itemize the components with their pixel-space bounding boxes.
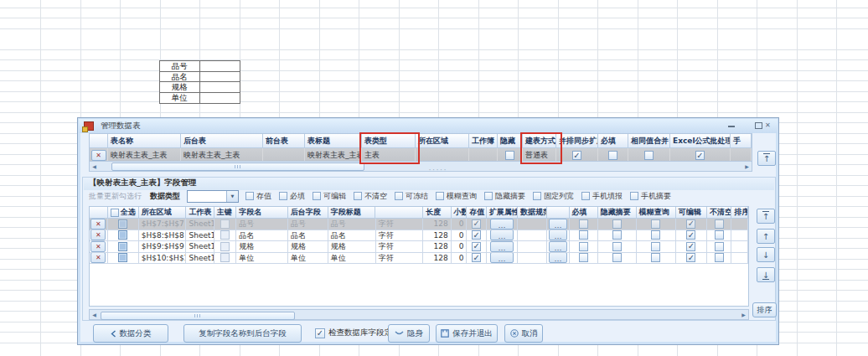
checkbox-icon[interactable]: [313, 192, 321, 200]
delete-field-button[interactable]: [90, 253, 106, 264]
no-clear-checkbox[interactable]: [715, 219, 724, 229]
row-ellipsis-button[interactable]: [549, 219, 567, 230]
fcol-data-type[interactable]: [375, 207, 423, 219]
toolbar-checkbox[interactable]: 隐藏摘要: [484, 191, 525, 202]
hide-summary-checkbox[interactable]: [612, 230, 622, 240]
close-button[interactable]: [765, 121, 771, 129]
hide-summary-checkbox[interactable]: [612, 242, 622, 251]
field-region-cell[interactable]: $H$9:$H$9: [139, 241, 187, 253]
primary-key-checkbox[interactable]: [220, 253, 230, 262]
worksheet-label-cell[interactable]: 品号: [160, 61, 200, 72]
move-field-bottom-button[interactable]: [757, 267, 775, 282]
data-type-cell[interactable]: 字符: [376, 253, 424, 265]
sort-cell[interactable]: [731, 219, 748, 230]
required-checkbox[interactable]: [579, 242, 588, 251]
move-field-top-button[interactable]: [757, 209, 775, 224]
tables-grid-hscrollbar[interactable]: [90, 161, 752, 171]
editable-checkbox[interactable]: [686, 253, 695, 262]
editable-checkbox[interactable]: [686, 230, 695, 240]
fields-grid-hscrollbar[interactable]: [89, 309, 749, 320]
ext-props-ellipsis-button[interactable]: [490, 230, 514, 241]
checkbox-icon[interactable]: [436, 192, 444, 200]
field-title-cell[interactable]: 品号: [328, 219, 376, 230]
col-header-merge-same[interactable]: 相同值合并: [628, 134, 670, 148]
hide-summary-checkbox[interactable]: [612, 253, 622, 262]
fcol-field-title[interactable]: 字段标题: [328, 207, 376, 219]
merge-same-checkbox[interactable]: [644, 151, 654, 160]
move-field-up-button[interactable]: [757, 229, 775, 244]
backend-field-cell[interactable]: 品名: [288, 230, 328, 242]
fcol-backend-field[interactable]: 后台字段: [288, 207, 328, 219]
row-ellipsis-button[interactable]: [549, 230, 567, 241]
checkbox-icon[interactable]: [533, 192, 541, 200]
decimal-cell[interactable]: 0: [452, 241, 468, 253]
sync-expand-checkbox[interactable]: [572, 151, 581, 160]
row-select-checkbox[interactable]: [118, 242, 127, 251]
checkbox-icon[interactable]: [315, 328, 325, 338]
row-ellipsis-button[interactable]: [549, 241, 567, 252]
minimize-button[interactable]: [728, 126, 735, 127]
length-cell[interactable]: 128: [423, 241, 451, 253]
col-header-sync-expand[interactable]: 并排同步扩展: [556, 134, 598, 148]
row-select-checkbox[interactable]: [118, 230, 127, 240]
fcol-store[interactable]: 存值: [467, 207, 487, 219]
toolbar-checkbox[interactable]: 模糊查询: [436, 191, 477, 202]
fcol-ext-props[interactable]: 扩展属性: [487, 207, 518, 219]
hide-dialog-button[interactable]: 隐身: [388, 324, 430, 343]
data-spec-cell[interactable]: [518, 253, 547, 265]
fcol-region[interactable]: 所在区域: [139, 207, 187, 219]
store-checkbox[interactable]: [472, 253, 481, 262]
hidden-checkbox[interactable]: [505, 151, 514, 160]
fuzzy-query-checkbox[interactable]: [651, 242, 660, 251]
required-checkbox[interactable]: [579, 253, 588, 262]
fcol-primary-key[interactable]: 主键: [214, 207, 236, 219]
checkbox-icon[interactable]: [395, 192, 403, 200]
required-checkbox[interactable]: [579, 219, 588, 229]
field-row[interactable]: $H$10:$H$10 Sheet1 单位 单位 单位 字符 128 0: [90, 253, 748, 265]
delete-field-button[interactable]: [90, 219, 106, 230]
toolbar-checkbox[interactable]: 存值: [245, 191, 271, 202]
scroll-left-icon[interactable]: [90, 310, 99, 319]
data-spec-cell[interactable]: [518, 219, 547, 230]
field-region-cell[interactable]: $H$10:$H$10: [139, 253, 187, 265]
row-ellipsis-button[interactable]: [549, 253, 567, 264]
sort-button[interactable]: 排序: [752, 302, 777, 317]
splitter-handle[interactable]: [421, 169, 455, 173]
primary-key-checkbox[interactable]: [220, 219, 230, 229]
store-checkbox[interactable]: [472, 219, 481, 229]
select-all-checkbox[interactable]: [111, 209, 119, 217]
toolbar-checkbox[interactable]: 不清空: [354, 191, 387, 202]
field-sheet-cell[interactable]: Sheet1: [186, 253, 214, 265]
decimal-cell[interactable]: 0: [452, 230, 468, 242]
field-row[interactable]: $H$7:$H$7 Sheet1 品号 品号 品号 字符 128 0: [90, 219, 748, 230]
delete-table-button[interactable]: [91, 150, 106, 161]
worksheet-label-cell[interactable]: 规格: [160, 82, 200, 93]
sort-cell[interactable]: [731, 241, 748, 253]
field-region-cell[interactable]: $H$8:$H$8: [139, 230, 187, 242]
field-sheet-cell[interactable]: Sheet1: [186, 219, 214, 230]
scroll-right-icon[interactable]: [742, 162, 752, 171]
toolbar-checkbox[interactable]: 手机摘要: [630, 191, 671, 202]
fcol-length[interactable]: 长度: [423, 207, 451, 219]
move-table-top-button[interactable]: [757, 151, 776, 166]
ext-props-ellipsis-button[interactable]: [490, 241, 514, 252]
checkbox-icon[interactable]: [279, 192, 287, 200]
checkbox-icon[interactable]: [354, 192, 362, 200]
data-spec-cell[interactable]: [518, 230, 547, 242]
backend-field-cell[interactable]: 单位: [288, 253, 328, 265]
maximize-button[interactable]: [755, 122, 762, 129]
toolbar-checkbox[interactable]: 可编辑: [313, 191, 346, 202]
field-sheet-cell[interactable]: Sheet1: [186, 230, 214, 242]
field-row[interactable]: $H$9:$H$9 Sheet1 规格 规格 规格 字符 128 0: [90, 241, 748, 253]
row-select-checkbox[interactable]: [118, 253, 127, 262]
required-checkbox[interactable]: [608, 151, 617, 160]
col-header-mobile[interactable]: 手: [731, 134, 752, 148]
field-name-cell[interactable]: 品名: [236, 230, 288, 242]
scroll-thumb[interactable]: [101, 312, 295, 320]
chevron-down-icon[interactable]: [226, 191, 238, 202]
fcol-no-clear[interactable]: 不清空: [707, 207, 731, 219]
field-sheet-cell[interactable]: Sheet1: [186, 241, 214, 253]
fcol-hide-summary[interactable]: 隐藏摘要: [598, 207, 637, 219]
col-header-backend-table[interactable]: 后台表: [181, 134, 263, 148]
scroll-left-icon[interactable]: [90, 162, 99, 171]
